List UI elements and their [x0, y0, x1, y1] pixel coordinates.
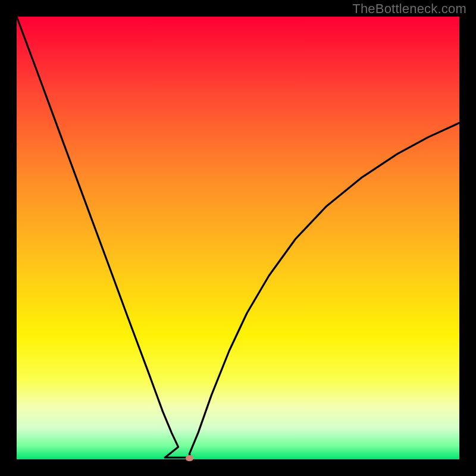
gradient-background: [17, 17, 459, 459]
optimum-marker: [186, 455, 193, 461]
plot-area: [17, 17, 459, 459]
plot-svg: [17, 17, 459, 459]
chart-container: TheBottleneck.com: [0, 0, 476, 476]
watermark-text: TheBottleneck.com: [352, 1, 466, 17]
